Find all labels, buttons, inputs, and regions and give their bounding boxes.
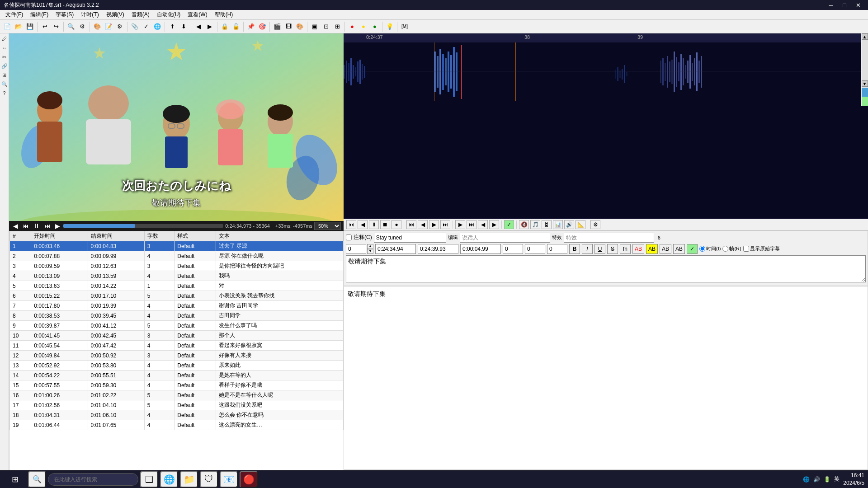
menu-subtitle[interactable]: 字幕(S) <box>52 10 77 19</box>
table-row[interactable]: 110:00:45.540:00:47.424Default看起来好像很寂寞 <box>10 341 344 351</box>
pb-settings[interactable]: ⚙ <box>590 220 600 229</box>
taskbar-edge[interactable]: 🌐 <box>160 471 178 488</box>
btn-underline[interactable]: U <box>594 244 605 254</box>
time-start-input[interactable] <box>375 244 416 254</box>
toolbar-styles[interactable]: 🎨 <box>92 21 103 32</box>
menu-help[interactable]: 帮助(H) <box>211 10 237 19</box>
toolbar-new[interactable]: 📄 <box>2 21 13 32</box>
menu-timing[interactable]: 计时(T) <box>77 10 102 19</box>
taskbar-app[interactable]: 🔴 <box>240 471 258 488</box>
pb-spectrum[interactable]: 📊 <box>553 220 563 229</box>
pb-prev[interactable]: ◀ <box>358 220 368 229</box>
toolbar-redo[interactable]: ↪ <box>51 21 61 32</box>
table-row[interactable]: 20:00:07.880:00:09.994Default尽源 你在做什么呢 <box>10 251 344 261</box>
table-row[interactable]: 140:00:54.220:00:55.514Default是她在等的人 <box>10 371 344 380</box>
sidebar-icon-2[interactable]: ↔ <box>1 44 8 52</box>
pb-play-prev2[interactable]: ◀ <box>478 220 488 229</box>
btn-ab1[interactable]: AB <box>632 244 644 254</box>
radio-frame[interactable] <box>722 246 728 252</box>
toolbar-lock[interactable]: 🔒 <box>219 21 230 32</box>
taskbar-store[interactable]: 🛡 <box>200 471 218 488</box>
toolbar-find[interactable]: 🔍 <box>66 21 76 32</box>
btn-fn[interactable]: fn <box>620 244 631 254</box>
taskbar-explorer[interactable]: 📁 <box>180 471 198 488</box>
taskbar-search-icon[interactable]: 🔍 <box>28 471 46 488</box>
subtitle-main-textarea[interactable] <box>346 255 866 282</box>
toolbar-snap[interactable]: 📌 <box>245 21 256 32</box>
taskbar-taskview[interactable]: ❑ <box>140 471 158 488</box>
pb-volume[interactable]: 🔊 <box>564 220 574 229</box>
table-row[interactable]: 10:00:03.460:00:04.833Default过去了 尽源 <box>10 241 344 251</box>
scroll-down-btn[interactable]: ▼ <box>862 80 868 87</box>
table-row[interactable]: 100:00:41.450:00:42.453Default那个人 <box>10 331 344 341</box>
toolbar-color[interactable]: 🎨 <box>294 21 305 32</box>
pb-loop-start[interactable]: ⏮ <box>406 220 416 229</box>
scroll-up-btn[interactable]: ▲ <box>862 33 868 40</box>
table-row[interactable]: 60:00:15.220:00:17.105Default小表没关系 我去帮你找 <box>10 291 344 301</box>
toolbar-video-close[interactable]: 🎞 <box>283 21 294 32</box>
table-row[interactable]: 170:01:02.560:01:04.105Default这跟我们没关系吧 <box>10 400 344 410</box>
pb-play-next2[interactable]: ▶ <box>489 220 499 229</box>
btn-ab3[interactable]: AB <box>660 244 671 254</box>
waveform-display[interactable] <box>344 42 868 219</box>
toolbar-target[interactable]: 🎯 <box>257 21 268 32</box>
margin-r-input[interactable] <box>525 244 545 254</box>
toolbar-red[interactable]: ● <box>347 21 358 32</box>
pb-start[interactable]: ⏮ <box>346 220 356 229</box>
maximize-button[interactable]: □ <box>838 0 851 9</box>
pb-play-sel[interactable]: ⏭ <box>467 220 476 229</box>
btn-strikethrough[interactable]: S <box>607 244 618 254</box>
menu-file[interactable]: 文件(F) <box>2 10 27 19</box>
comment-checkbox[interactable] <box>346 235 352 240</box>
menu-video[interactable]: 视频(V) <box>103 10 128 19</box>
table-row[interactable]: 70:00:17.800:00:19.394Default谢谢你 吉田同学 <box>10 301 344 311</box>
table-row[interactable]: 40:00:13.090:00:13.594Default我吗 <box>10 271 344 281</box>
pb-record[interactable]: ● <box>392 220 401 229</box>
toolbar-attach[interactable]: 📎 <box>129 21 140 32</box>
toolbar-spell[interactable]: ✓ <box>141 21 151 32</box>
sidebar-icon-7[interactable]: ? <box>1 89 8 97</box>
layer-down[interactable]: ▼ <box>367 249 373 254</box>
pb-check[interactable]: ✓ <box>504 220 514 229</box>
btn-ab4[interactable]: AB <box>673 244 685 254</box>
toolbar-box1[interactable]: ▣ <box>309 21 320 32</box>
toolbar-properties[interactable]: 📝 <box>103 21 114 32</box>
pb-loop-end[interactable]: ⏭ <box>440 220 450 229</box>
table-row[interactable]: 50:00:13.630:00:14.221Default对 <box>10 281 344 291</box>
subtitle-text-input[interactable] <box>374 233 446 243</box>
pb-sub-prev[interactable]: ◀ <box>418 220 428 229</box>
toolbar-box3[interactable]: ⊞ <box>332 21 343 32</box>
minimize-button[interactable]: ─ <box>825 0 837 9</box>
toolbar-open[interactable]: 📂 <box>13 21 24 32</box>
pb-sub-next[interactable]: ▶ <box>429 220 439 229</box>
menu-view[interactable]: 查看(W) <box>184 10 211 19</box>
toolbar-save[interactable]: 💾 <box>24 21 35 32</box>
menu-audio[interactable]: 音频(A) <box>128 10 153 19</box>
btn-italic[interactable]: I <box>582 244 593 254</box>
toolbar-yellow[interactable]: ● <box>358 21 369 32</box>
table-row[interactable]: 180:01:04.310:01:06.104Default怎么会 你不在意吗 <box>10 410 344 420</box>
pb-play-sub[interactable]: ▶ <box>455 220 465 229</box>
taskbar-search-input[interactable] <box>48 473 138 486</box>
btn-ab2[interactable]: AB <box>646 244 658 254</box>
menu-edit[interactable]: 编辑(E) <box>27 10 52 19</box>
sidebar-icon-5[interactable]: ⊞ <box>1 71 8 79</box>
table-row[interactable]: 30:00:09.590:00:12.633Default是你把球往奇怪的方向踢… <box>10 261 344 271</box>
sidebar-icon-1[interactable]: 🖊 <box>1 35 8 42</box>
pb-ruler[interactable]: 📐 <box>576 220 585 229</box>
pb-music[interactable]: 🎵 <box>530 220 540 229</box>
toolbar-video-next[interactable]: ▶ <box>204 21 215 32</box>
vc-prev-frame[interactable]: ◀ <box>12 222 19 230</box>
table-row[interactable]: 90:00:39.870:00:41.125Default发生什么事了吗 <box>10 321 344 331</box>
subtitle-table-panel[interactable]: # 开始时间 结束时间 字数 样式 文本 10:00:03.460:00:04.… <box>9 231 344 470</box>
pb-stop[interactable]: ⏹ <box>380 220 390 229</box>
toolbar-video-load[interactable]: 🎬 <box>272 21 283 32</box>
menu-automation[interactable]: 自动化(U) <box>153 10 184 19</box>
vc-pause[interactable]: ⏸ <box>32 222 41 230</box>
vc-play-prev[interactable]: ⏮ <box>21 222 30 230</box>
btn-check[interactable]: ✓ <box>687 244 698 254</box>
toolbar-settings[interactable]: ⚙ <box>114 21 125 32</box>
close-button[interactable]: ✕ <box>852 0 864 9</box>
waveform-scrollbar[interactable]: ▲ ▼ <box>861 33 868 106</box>
pb-mute[interactable]: 🔇 <box>519 220 529 229</box>
